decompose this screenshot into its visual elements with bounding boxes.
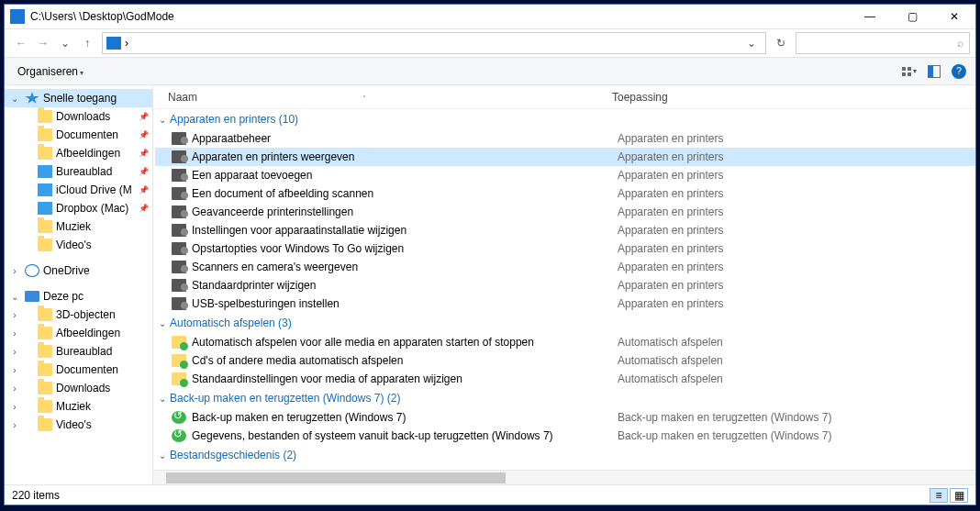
pin-icon: 📌 bbox=[139, 149, 149, 158]
item-name: Standaardinstellingen voor media of appa… bbox=[192, 372, 618, 385]
maximize-button[interactable]: ▢ bbox=[891, 5, 933, 28]
list-item[interactable]: USB-spelbesturingen instellenApparaten e… bbox=[155, 294, 975, 313]
content-area: Naam˄ Toepassing ⌄Apparaten en printers … bbox=[153, 85, 975, 484]
item-icon bbox=[172, 429, 186, 442]
list-item[interactable]: Instellingen voor apparaatinstallatie wi… bbox=[155, 221, 975, 239]
sidebar-item-afbeeldingen[interactable]: Afbeeldingen📌 bbox=[5, 144, 152, 162]
cloud-icon bbox=[25, 264, 39, 277]
view-mode-button[interactable]: ▾ bbox=[902, 67, 917, 76]
list-item[interactable]: Opstartopties voor Windows To Go wijzige… bbox=[155, 239, 975, 258]
list-view[interactable]: ⌄Apparaten en printers (10)Apparaatbehee… bbox=[153, 109, 975, 470]
list-item[interactable]: ApparaatbeheerApparaten en printers bbox=[155, 129, 975, 148]
expand-icon[interactable]: › bbox=[8, 402, 21, 412]
sidebar-item-video-s[interactable]: ›Video's bbox=[5, 416, 152, 434]
list-item[interactable]: Standaardinstellingen voor media of appa… bbox=[155, 370, 975, 388]
list-item[interactable]: Een apparaat toevoegenApparaten en print… bbox=[155, 166, 975, 184]
sidebar-item-downloads[interactable]: Downloads📌 bbox=[5, 107, 152, 126]
sidebar-item-muziek[interactable]: Muziek bbox=[5, 217, 152, 236]
scroll-thumb[interactable] bbox=[166, 472, 506, 483]
col-name[interactable]: Naam bbox=[168, 91, 197, 104]
expand-icon[interactable]: › bbox=[8, 420, 21, 430]
list-item[interactable]: Cd's of andere media automatisch afspele… bbox=[155, 351, 975, 370]
expand-icon[interactable]: ⌄ bbox=[8, 94, 21, 104]
group-header[interactable]: ⌄Automatisch afspelen (3) bbox=[155, 313, 975, 333]
sidebar-label: Downloads bbox=[56, 110, 137, 123]
item-app: Automatisch afspelen bbox=[618, 372, 723, 385]
pin-icon: 📌 bbox=[139, 112, 149, 121]
address-dropdown[interactable]: ⌄ bbox=[741, 37, 762, 50]
list-item[interactable]: Geavanceerde printerinstellingenApparate… bbox=[155, 203, 975, 221]
preview-pane-button[interactable] bbox=[928, 65, 941, 78]
sidebar-item-3d-objecten[interactable]: ›3D-objecten bbox=[5, 305, 152, 324]
list-item[interactable]: Back-up maken en terugzetten (Windows 7)… bbox=[155, 408, 975, 427]
minimize-button[interactable]: — bbox=[849, 5, 891, 28]
sidebar-item-afbeeldingen[interactable]: ›Afbeeldingen bbox=[5, 324, 152, 342]
expand-icon[interactable]: ⌄ bbox=[8, 292, 21, 302]
refresh-button[interactable]: ↻ bbox=[770, 32, 792, 54]
sidebar-item-onedrive[interactable]: ›OneDrive bbox=[5, 261, 152, 280]
sidebar-item-bureaublad[interactable]: ›Bureaublad bbox=[5, 342, 152, 361]
item-app: Apparaten en printers bbox=[618, 169, 723, 182]
list-item[interactable]: Gegevens, bestanden of systeem vanuit ba… bbox=[155, 427, 975, 445]
expand-icon[interactable]: › bbox=[8, 365, 21, 375]
expand-icon[interactable]: › bbox=[8, 347, 21, 357]
up-button[interactable]: ↑ bbox=[76, 32, 98, 54]
close-button[interactable]: ✕ bbox=[933, 5, 975, 28]
details-view-button[interactable]: ≡ bbox=[930, 488, 948, 503]
expand-icon[interactable]: › bbox=[8, 310, 21, 320]
address-bar[interactable]: › ⌄ bbox=[102, 32, 766, 54]
pc-icon bbox=[25, 291, 39, 302]
expand-icon[interactable]: › bbox=[8, 266, 21, 276]
group-header[interactable]: ⌄Back-up maken en terugzetten (Windows 7… bbox=[155, 388, 975, 408]
chevron-down-icon[interactable]: ⌄ bbox=[159, 318, 170, 328]
window-title: C:\Users\ \Desktop\GodMode bbox=[30, 10, 849, 23]
sort-icon: ˄ bbox=[362, 94, 366, 103]
icons-view-button[interactable]: ▦ bbox=[950, 488, 968, 503]
chevron-down-icon[interactable]: ⌄ bbox=[159, 394, 170, 404]
list-item[interactable]: Scanners en camera's weergevenApparaten … bbox=[155, 258, 975, 276]
col-app[interactable]: Toepassing bbox=[612, 91, 668, 104]
sidebar-item-deze-pc[interactable]: ⌄Deze pc bbox=[5, 287, 152, 305]
list-item[interactable]: Automatisch afspelen voor alle media en … bbox=[155, 333, 975, 351]
sidebar-item-documenten[interactable]: Documenten📌 bbox=[5, 126, 152, 144]
expand-icon[interactable]: › bbox=[8, 328, 21, 339]
h-scrollbar[interactable] bbox=[153, 470, 975, 484]
item-icon bbox=[172, 336, 186, 349]
item-icon bbox=[172, 354, 186, 367]
back-button[interactable]: ← bbox=[10, 32, 32, 54]
sidebar-item-muziek[interactable]: ›Muziek bbox=[5, 397, 152, 416]
blue-icon bbox=[38, 165, 52, 178]
sidebar-label: Video's bbox=[56, 418, 149, 431]
group-header[interactable]: ⌄Bestandsgeschiedenis (2) bbox=[155, 445, 975, 465]
pin-icon: 📌 bbox=[139, 185, 149, 194]
sidebar-item-bureaublad[interactable]: Bureaublad📌 bbox=[5, 162, 152, 181]
item-app: Automatisch afspelen bbox=[618, 336, 723, 349]
sidebar-item-downloads[interactable]: ›Downloads bbox=[5, 379, 152, 397]
sidebar-item-documenten[interactable]: ›Documenten bbox=[5, 361, 152, 379]
search-input[interactable]: ⌕ bbox=[796, 32, 970, 54]
sidebar-label: Dropbox (Mac) bbox=[56, 202, 137, 215]
sidebar-item-dropbox-mac-[interactable]: Dropbox (Mac)📌 bbox=[5, 199, 152, 217]
sidebar-item-snelle-toegang[interactable]: ⌄Snelle toegang bbox=[5, 89, 152, 107]
recent-dropdown[interactable]: ⌄ bbox=[54, 32, 76, 54]
sidebar-label: Afbeeldingen bbox=[56, 147, 137, 160]
sidebar-label: Video's bbox=[56, 239, 149, 251]
sidebar-label: Afbeeldingen bbox=[56, 327, 149, 339]
item-app: Apparaten en printers bbox=[618, 150, 723, 163]
expand-icon[interactable]: › bbox=[8, 383, 21, 394]
help-button[interactable]: ? bbox=[952, 64, 966, 79]
chevron-down-icon[interactable]: ⌄ bbox=[159, 115, 170, 125]
sidebar-item-video-s[interactable]: Video's bbox=[5, 236, 152, 254]
chevron-down-icon[interactable]: ⌄ bbox=[159, 450, 170, 461]
list-item[interactable]: Een document of afbeelding scannenAppara… bbox=[155, 184, 975, 203]
organise-button[interactable]: Organiseren bbox=[14, 63, 87, 80]
blue-icon bbox=[38, 183, 52, 196]
forward-button[interactable]: → bbox=[32, 32, 54, 54]
sidebar-item-icloud-drive-m[interactable]: iCloud Drive (M📌 bbox=[5, 181, 152, 199]
list-item[interactable]: Apparaten en printers weergevenApparaten… bbox=[155, 148, 975, 166]
item-app: Back-up maken en terugzetten (Windows 7) bbox=[618, 429, 831, 442]
list-item[interactable]: Standaardprinter wijzigenApparaten en pr… bbox=[155, 276, 975, 294]
sidebar-label: Downloads bbox=[56, 382, 149, 394]
group-header[interactable]: ⌄Apparaten en printers (10) bbox=[155, 109, 975, 129]
item-name: Cd's of andere media automatisch afspele… bbox=[192, 354, 618, 367]
